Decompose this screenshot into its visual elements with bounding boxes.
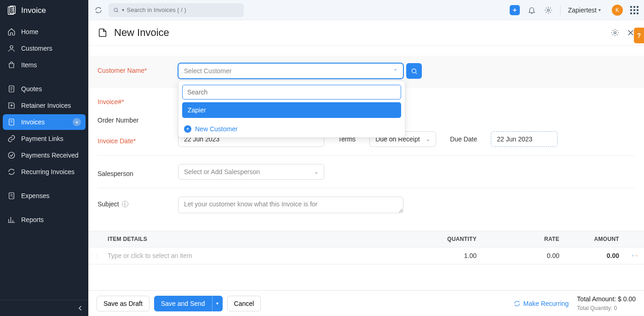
page-header: New Invoice	[88, 20, 644, 46]
brand-header: Invoice	[0, 0, 88, 21]
subject-input[interactable]	[178, 197, 403, 213]
copy-row-icon[interactable]	[632, 252, 634, 259]
sidebar-item-customers[interactable]: Customers	[3, 41, 86, 56]
sidebar-item-items[interactable]: Items	[3, 57, 86, 73]
document-icon	[7, 85, 16, 93]
total-qty-label: Total Quantity:	[577, 305, 614, 311]
receipt-icon	[7, 192, 16, 200]
divider	[98, 155, 635, 156]
refresh-button[interactable]	[94, 6, 103, 15]
search-icon	[411, 68, 418, 75]
topbar: ▾ Zapiertest ▾ K	[88, 0, 644, 20]
divider	[560, 5, 561, 15]
invoice-icon	[7, 118, 16, 126]
rate-cell[interactable]: 0.00	[483, 247, 566, 264]
save-send-button[interactable]: Save and Send	[154, 296, 212, 311]
label-subject: Subject i	[98, 197, 178, 208]
payments-icon	[7, 151, 16, 159]
sidebar-item-recurring-invoices[interactable]: Recurring Invoices	[3, 164, 86, 180]
make-recurring-link[interactable]: Make Recurring	[513, 300, 569, 307]
recurring-icon	[7, 168, 16, 176]
sidebar-item-payments-received[interactable]: Payments Received	[3, 147, 86, 163]
search-input[interactable]	[127, 6, 240, 13]
svg-point-2	[10, 46, 13, 48]
col-header-amount: AMOUNT	[566, 231, 626, 247]
page-title: New Invoice	[114, 27, 169, 39]
col-header-rate: RATE	[483, 231, 566, 247]
bag-icon	[7, 61, 16, 69]
chevron-down-icon: ▾	[598, 7, 601, 12]
sidebar-item-label: Invoices	[21, 118, 45, 126]
invoice-logo-icon	[6, 6, 17, 16]
label-salesperson: Salesperson	[98, 166, 178, 177]
settings-button[interactable]	[544, 6, 553, 15]
item-cell-placeholder[interactable]: Type or click to select an item	[101, 247, 400, 264]
chevron-up-icon: ⌃	[393, 68, 397, 74]
sidebar-item-home[interactable]: Home	[3, 24, 86, 40]
page-icon	[98, 27, 108, 38]
qty-cell[interactable]: 1.00	[400, 247, 483, 264]
total-amount-label: Total Amount:	[577, 295, 618, 303]
sidebar-item-label: Payments Received	[21, 152, 79, 159]
add-invoice-badge[interactable]: +	[73, 118, 81, 126]
sidebar-item-label: Recurring Invoices	[21, 168, 75, 176]
sidebar-item-label: Items	[21, 61, 37, 69]
customer-select[interactable]: Select Customer ⌃	[178, 63, 403, 79]
form-body: Customer Name* Select Customer ⌃ Zapier	[88, 46, 644, 290]
recurring-icon	[513, 300, 521, 307]
sidebar-item-label: Expenses	[21, 192, 49, 199]
sidebar-item-invoices[interactable]: Invoices +	[3, 114, 86, 130]
avatar[interactable]: K	[612, 5, 623, 16]
delete-row-icon[interactable]	[636, 252, 638, 259]
amount-cell: 0.00	[566, 247, 626, 264]
label-invoice-no: Invoice#*	[98, 94, 178, 105]
customer-search-button[interactable]	[406, 63, 422, 79]
drag-handle-icon[interactable]: ⋮⋮	[88, 247, 101, 264]
customer-dropdown-search[interactable]	[182, 85, 401, 99]
col-header-qty: QUANTITY	[400, 231, 483, 247]
items-table: ITEM DETAILS QUANTITY RATE AMOUNT ⋮⋮ Typ…	[88, 231, 644, 264]
sidebar-collapse[interactable]	[0, 300, 88, 316]
svg-rect-11	[632, 255, 633, 256]
salesperson-placeholder: Select or Add Salesperson	[184, 168, 260, 176]
sidebar-item-retainer-invoices[interactable]: Retainer Invoices	[3, 98, 86, 113]
chart-icon	[7, 216, 16, 224]
page-settings-gear-icon[interactable]	[611, 29, 619, 37]
notifications-button[interactable]	[527, 6, 536, 15]
svg-point-9	[614, 32, 616, 34]
link-icon	[7, 135, 16, 143]
label-order-number: Order Number	[98, 113, 178, 124]
apps-grid-icon[interactable]	[630, 6, 638, 14]
table-row[interactable]: ⋮⋮ Type or click to select an item 1.00 …	[88, 247, 644, 264]
sidebar-item-label: Payment Links	[21, 135, 63, 142]
sidebar-item-label: Quotes	[21, 85, 42, 93]
sidebar-item-payment-links[interactable]: Payment Links	[3, 131, 86, 146]
cancel-button[interactable]: Cancel	[227, 296, 261, 311]
save-draft-button[interactable]: Save as Draft	[97, 296, 150, 311]
search-scope-caret-icon[interactable]: ▾	[122, 7, 124, 12]
sidebar-item-expenses[interactable]: Expenses	[3, 188, 86, 204]
user-menu[interactable]: Zapiertest ▾	[568, 6, 601, 14]
new-customer-link[interactable]: + New Customer	[182, 122, 401, 134]
totals-summary: Total Amount: $ 0.00 Total Quantity: 0	[577, 294, 636, 312]
svg-rect-12	[632, 255, 633, 256]
due-date-input[interactable]: 22 Jun 2023	[491, 131, 558, 147]
svg-point-5	[8, 152, 15, 158]
customer-option[interactable]: Zapier	[182, 102, 401, 118]
chevron-down-icon: ⌄	[426, 136, 430, 142]
salesperson-select[interactable]: Select or Add Salesperson ⌄	[178, 164, 324, 180]
refresh-icon	[94, 6, 103, 14]
save-send-dropdown[interactable]: ▾	[212, 296, 223, 311]
help-tab[interactable]: ?	[634, 28, 644, 43]
plus-icon	[512, 7, 518, 13]
info-icon[interactable]: i	[122, 201, 128, 207]
user-icon	[7, 44, 16, 53]
sidebar-item-reports[interactable]: Reports	[3, 212, 86, 228]
label-invoice-date: Invoice Date*	[98, 134, 178, 145]
home-icon	[7, 28, 16, 36]
global-search[interactable]: ▾	[109, 3, 244, 17]
total-amount-value: $ 0.00	[618, 295, 636, 303]
chevron-left-icon	[76, 304, 85, 312]
sidebar-item-quotes[interactable]: Quotes	[3, 81, 86, 97]
quick-add-button[interactable]	[510, 5, 520, 15]
